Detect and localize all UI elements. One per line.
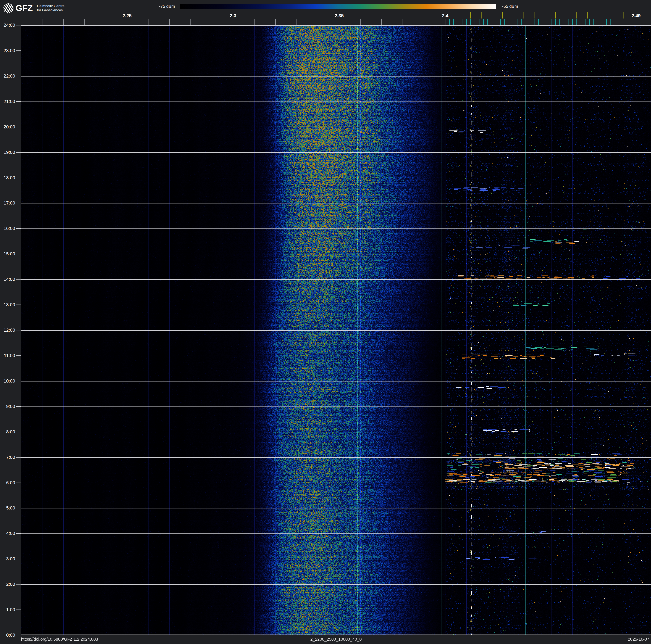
time-tick-label: 1:00 [0, 607, 15, 612]
time-tick-label: 5:00 [0, 505, 15, 511]
hour-gridline-tick [16, 355, 21, 356]
ble-channel-tick [568, 19, 568, 25]
wifi-channel-tick [577, 12, 577, 19]
ble-channel-tick [615, 19, 615, 25]
wifi-channel-tick [534, 12, 534, 19]
ble-channel-tick [483, 19, 484, 25]
time-tick-label: 14:00 [0, 276, 15, 282]
hour-gridline-tick [16, 584, 21, 585]
ble-channel-tick [454, 19, 454, 25]
ble-channel-tick [466, 19, 467, 25]
time-tick-label: 16:00 [0, 226, 15, 231]
time-tick-label: 0:00 [0, 633, 15, 638]
freq-tick-label: 2.25 [123, 13, 132, 19]
freq-minor-tick [21, 19, 21, 25]
ble-channel-tick [500, 19, 501, 25]
freq-minor-tick [169, 19, 170, 25]
ble-channel-tick [504, 19, 505, 25]
time-tick-label: 4:00 [0, 531, 15, 536]
time-tick-label: 15:00 [0, 251, 15, 257]
ble-channel-tick [530, 19, 530, 25]
hour-gridline-tick [16, 304, 21, 305]
freq-tick-label: 2.49 [632, 13, 641, 19]
time-tick-label: 24:00 [0, 23, 15, 28]
freq-minor-tick [105, 19, 106, 25]
gfz-spectrogram-viewer: GFZ Helmholtz Centre for Geosciences -75… [0, 0, 651, 644]
freq-minor-tick [254, 19, 254, 25]
ble-channel-tick [488, 19, 488, 25]
time-tick-label: 7:00 [0, 455, 15, 460]
freq-minor-tick [85, 19, 85, 25]
colorbar-gradient [180, 4, 496, 9]
ble-channel-tick [564, 19, 564, 25]
time-tick-label: 17:00 [0, 200, 15, 206]
freq-minor-tick [381, 19, 382, 25]
freq-minor-tick [63, 19, 64, 25]
time-tick-label: 2:00 [0, 582, 15, 587]
time-tick-label: 9:00 [0, 404, 15, 409]
time-tick-label: 21:00 [0, 99, 15, 104]
wifi-channel-tick [545, 12, 545, 19]
ble-channel-tick [547, 19, 547, 25]
hour-gridline-tick [16, 610, 21, 610]
freq-minor-tick [212, 19, 212, 25]
time-tick-label: 23:00 [0, 48, 15, 53]
freq-minor-tick [445, 19, 445, 25]
ble-channel-tick [479, 19, 479, 25]
ble-channel-tick [513, 19, 513, 25]
hour-gridline-tick [16, 101, 21, 102]
ble-channel-tick [458, 19, 458, 25]
ble-channel-tick [496, 19, 496, 25]
freq-tick-label: 2.4 [442, 13, 448, 19]
ble-channel-tick [593, 19, 594, 25]
ble-channel-tick [474, 19, 475, 25]
hour-gridline-tick [16, 203, 21, 203]
time-tick-label: 18:00 [0, 175, 15, 180]
hour-gridline-tick [16, 51, 21, 51]
freq-minor-tick [318, 19, 318, 25]
ble-channel-tick [611, 19, 611, 25]
hour-gridline-tick [16, 406, 21, 407]
ble-channel-tick [517, 19, 518, 25]
ble-channel-tick [492, 19, 492, 25]
ble-channel-tick [555, 19, 556, 25]
freq-minor-tick [233, 19, 233, 25]
ble-channel-tick [521, 19, 522, 25]
freq-minor-tick [42, 19, 42, 25]
wifi-channel-tick [598, 12, 598, 19]
hour-gridline-tick [16, 76, 21, 76]
ble-channel-tick [538, 19, 539, 25]
hour-gridline-tick [16, 279, 21, 280]
wifi-channel-tick [566, 12, 566, 19]
wifi-channel-tick [492, 12, 492, 19]
dataset-id-text: 2_2200_2500_10000_40_0 [21, 637, 651, 642]
ble-channel-tick [572, 19, 573, 25]
time-tick-label: 13:00 [0, 302, 15, 308]
time-tick-label: 6:00 [0, 480, 15, 486]
wifi-channel-tick [623, 12, 623, 19]
wifi-channel-tick [587, 12, 588, 19]
hour-gridline-tick [16, 457, 21, 458]
time-tick-label: 10:00 [0, 378, 15, 384]
hour-gridline-tick [16, 254, 21, 254]
time-tick-label: 11:00 [0, 353, 15, 358]
hour-gridline-tick [16, 25, 21, 25]
hour-gridline-tick [16, 228, 21, 229]
brand-subtitle-line1: Helmholtz Centre [37, 4, 64, 8]
ble-channel-tick [534, 19, 534, 25]
ble-channel-tick [508, 19, 509, 25]
ble-channel-tick [470, 19, 471, 25]
ble-channel-tick [585, 19, 586, 25]
freq-minor-tick [339, 19, 339, 25]
hour-gridline-tick [16, 432, 21, 432]
time-tick-label: 12:00 [0, 327, 15, 333]
hour-gridline-tick [16, 330, 21, 330]
ble-channel-tick [462, 19, 462, 25]
ble-channel-tick [559, 19, 560, 25]
hour-gridline-tick [16, 533, 21, 534]
brand-subtitle: Helmholtz Centre for Geosciences [37, 4, 64, 12]
brand-text: GFZ [16, 3, 33, 13]
freq-tick-label: 2.3 [230, 13, 237, 19]
time-tick-label: 8:00 [0, 429, 15, 435]
freq-minor-tick [636, 19, 636, 25]
